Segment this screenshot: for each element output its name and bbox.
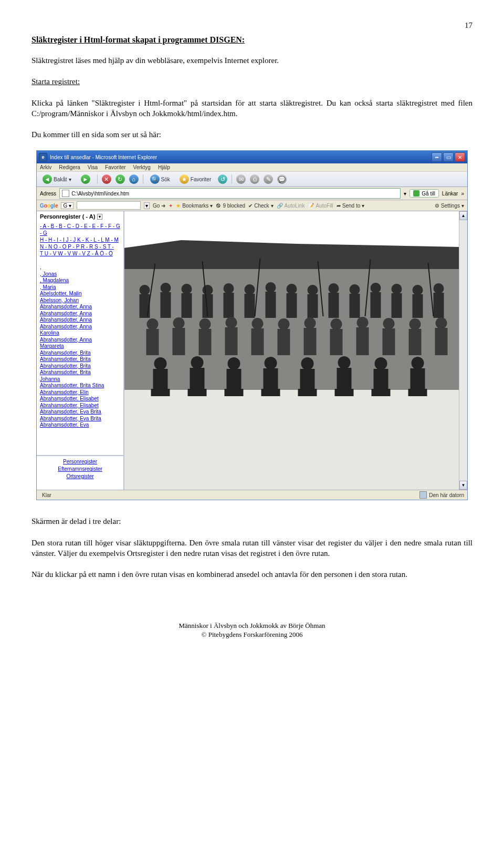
list-item[interactable]: Johanna xyxy=(40,376,120,383)
list-item[interactable]: Abrahamsdotter, Eva Brita xyxy=(40,409,120,416)
scroll-track[interactable] xyxy=(459,220,467,481)
status-right: Den här datorn xyxy=(429,492,464,498)
after-paragraph-2: Den stora rutan till höger visar släktup… xyxy=(32,538,472,559)
edit-icon[interactable]: ✎ xyxy=(264,174,273,184)
google-logo[interactable]: Google xyxy=(40,203,58,209)
svg-rect-50 xyxy=(330,329,343,355)
address-label: Adress xyxy=(40,191,56,197)
maximize-button[interactable]: ▭ xyxy=(443,152,454,162)
close-button[interactable]: ✕ xyxy=(455,152,465,162)
alpha-index[interactable]: - A - B - B - C - D - E - E - F - F - G … xyxy=(40,223,120,257)
scroll-up-button[interactable]: ▲ xyxy=(459,211,467,220)
list-item[interactable]: Abrahamsdotter, Eva xyxy=(40,422,120,429)
window-title: Index till ansedlar - Microsoft Internet… xyxy=(50,154,157,160)
autofill-button[interactable]: 📝 AutoFill xyxy=(308,203,333,209)
after-paragraph-1: Skärmen är delad i tre delar: xyxy=(32,516,472,526)
list-item[interactable]: Abrahamsdotter, Eva Brita xyxy=(40,416,120,422)
svg-point-53 xyxy=(383,318,395,329)
link-ortsregister[interactable]: Ortsregister xyxy=(40,473,120,480)
refresh-icon[interactable]: ↻ xyxy=(116,174,125,184)
forward-button[interactable]: ► xyxy=(78,173,93,185)
menu-hjalp[interactable]: Hjälp xyxy=(158,164,170,170)
home-icon[interactable]: ⌂ xyxy=(129,174,139,184)
svg-rect-42 xyxy=(225,327,238,355)
list-item[interactable]: Abrahamsdotter, Anna xyxy=(40,311,120,317)
list-item[interactable]: Abrahamsdotter, Anna xyxy=(40,304,120,311)
svg-rect-46 xyxy=(278,329,290,355)
intro-paragraph-2: Klicka på länken "Släktregister i Html-f… xyxy=(32,98,472,119)
search-button[interactable]: 🔍 Sök xyxy=(148,173,173,185)
links-label[interactable]: Länkar xyxy=(442,191,458,197)
check-button[interactable]: ✔ Check▾ xyxy=(248,203,273,209)
list-item[interactable]: Margareta xyxy=(40,343,120,350)
svg-rect-70 xyxy=(261,389,280,396)
google-search-input[interactable] xyxy=(77,201,141,210)
list-item[interactable]: Karolina xyxy=(40,330,120,337)
list-item[interactable]: Abrahamsdotter, Elisabet xyxy=(40,396,120,402)
svg-point-19 xyxy=(287,284,297,294)
popup-blocked[interactable]: 🛇 9 blocked xyxy=(216,203,245,209)
bookmarks-button[interactable]: ★Bookmarks▾ xyxy=(176,203,213,209)
menu-visa[interactable]: Visa xyxy=(88,164,98,170)
back-button[interactable]: ◄ Bakåt ▾ xyxy=(40,173,74,185)
list-item[interactable]: , xyxy=(40,264,120,271)
svg-point-55 xyxy=(410,318,421,330)
address-input[interactable]: C:\Alvsby\html\index.htm xyxy=(59,188,401,199)
vertical-scrollbar[interactable]: ▲ ▼ xyxy=(459,211,467,490)
favorites-button[interactable]: ★ Favoriter xyxy=(177,173,214,185)
upper-left-frame[interactable]: Personregister ( - A) ▾ - A - B - B - C … xyxy=(37,211,123,455)
google-go-button[interactable]: Go ➜ xyxy=(153,203,165,209)
list-item[interactable]: Abrahamsdotter, Brita Stina xyxy=(40,383,120,389)
stop-icon[interactable]: ✕ xyxy=(102,174,111,184)
svg-rect-26 xyxy=(350,294,360,318)
google-g-button[interactable]: G ▾ xyxy=(61,202,74,209)
list-item[interactable]: Abrahamsdotter, Brita xyxy=(40,363,120,370)
link-efternamnsregister[interactable]: Efternamnsregister xyxy=(40,466,120,473)
list-item[interactable]: , Jonas xyxy=(40,271,120,278)
svg-rect-16 xyxy=(245,294,255,318)
links-chevron-icon[interactable]: » xyxy=(461,191,464,197)
search-label: Sök xyxy=(161,177,170,182)
menu-arkiv[interactable]: Arkiv xyxy=(40,164,51,170)
star-icon: ★ xyxy=(180,174,189,184)
list-item[interactable]: Abrahamsdotter, Elin xyxy=(40,389,120,396)
list-item[interactable]: Abrahamsdotter, Brita xyxy=(40,350,120,357)
list-item[interactable]: Abrahamsdotter, Anna xyxy=(40,324,120,330)
minimize-button[interactable]: ━ xyxy=(432,152,442,162)
list-item[interactable]: Abrahamsdotter, Elisabet xyxy=(40,402,120,409)
list-item[interactable]: Abelsson, Johan xyxy=(40,297,120,304)
footer-line-1: Människor i Älvsbyn och Jokkmokk av Börj… xyxy=(32,622,472,631)
go-label: Gå till xyxy=(422,191,435,197)
name-list: , , Jonas , Magdalena , Maria Abelsdotte… xyxy=(40,264,120,429)
list-item[interactable]: Abelsdotter, Malin xyxy=(40,291,120,297)
menu-redigera[interactable]: Redigera xyxy=(59,164,80,170)
list-item[interactable]: Abrahamsdotter, Brita xyxy=(40,369,120,376)
link-personregister[interactable]: Personregister xyxy=(40,458,120,466)
list-item[interactable]: , Maria xyxy=(40,284,120,291)
history-icon[interactable]: ↺ xyxy=(218,174,227,184)
svg-rect-8 xyxy=(161,292,171,318)
svg-rect-73 xyxy=(298,389,317,396)
list-item[interactable]: , Magdalena xyxy=(40,277,120,284)
scroll-down-button[interactable]: ▼ xyxy=(459,481,467,490)
svg-rect-24 xyxy=(329,293,339,318)
discuss-icon[interactable]: 💬 xyxy=(277,174,287,184)
svg-rect-75 xyxy=(337,368,352,390)
list-item[interactable]: Abrahamsdotter, Anna xyxy=(40,317,120,324)
settings-button[interactable]: ⚙ Settings▾ xyxy=(435,203,464,209)
dropdown-icon[interactable]: ▾ xyxy=(97,214,102,220)
list-item[interactable]: Abrahamsdotter, Anna xyxy=(40,337,120,344)
sendto-button[interactable]: ➦ Send to▾ xyxy=(337,203,364,209)
mail-icon[interactable]: ✉ xyxy=(236,174,246,184)
menu-favoriter[interactable]: Favoriter xyxy=(105,164,125,170)
google-new-icon[interactable]: ✦ xyxy=(169,203,173,209)
print-icon[interactable]: ⎙ xyxy=(250,174,259,184)
google-search-dropdown[interactable]: ▾ xyxy=(144,202,150,209)
svg-rect-76 xyxy=(335,389,354,396)
autolink-button[interactable]: 🔗 AutoLink xyxy=(277,203,305,209)
list-item[interactable]: Abrahamsdotter, Brita xyxy=(40,356,120,363)
go-icon xyxy=(413,190,419,197)
go-button[interactable]: Gå till xyxy=(410,189,439,198)
address-dropdown-icon[interactable]: ▾ xyxy=(404,191,406,197)
menu-verktyg[interactable]: Verktyg xyxy=(133,164,151,170)
